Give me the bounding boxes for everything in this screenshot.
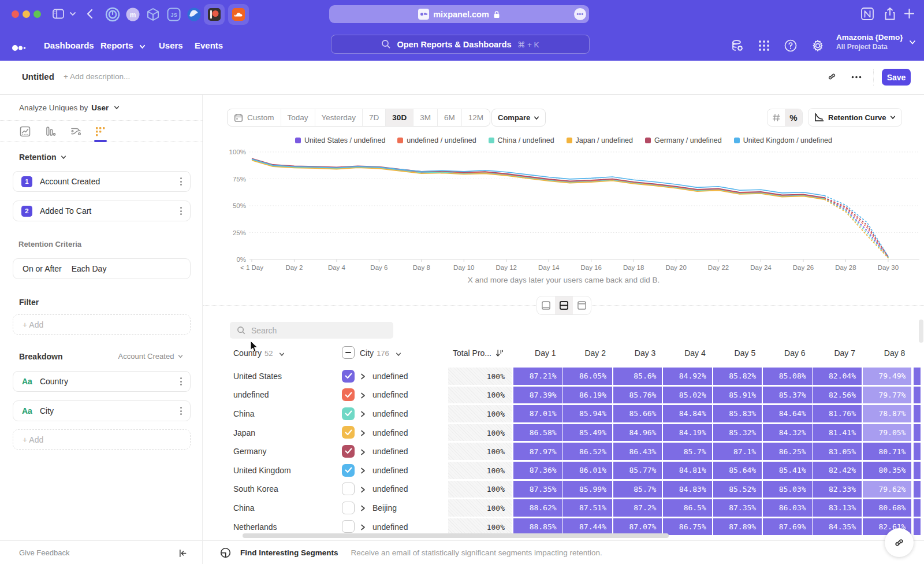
- more-options-icon[interactable]: [851, 76, 862, 79]
- more-options-icon[interactable]: [180, 407, 182, 415]
- data-management-icon[interactable]: [731, 39, 744, 54]
- retention-cell[interactable]: 86.5%: [663, 499, 712, 517]
- help-icon[interactable]: [784, 39, 798, 54]
- give-feedback-link[interactable]: Give Feedback: [19, 548, 69, 557]
- column-total-sort[interactable]: Total Pro...: [448, 348, 504, 358]
- step-event-name[interactable]: Account Created: [40, 177, 100, 186]
- column-day[interactable]: Day 6: [763, 348, 812, 358]
- retention-cell[interactable]: 84.35%: [813, 518, 862, 536]
- expand-row-control[interactable]: [360, 409, 366, 419]
- retention-cell[interactable]: 84.81%: [663, 462, 712, 479]
- retention-cell[interactable]: 84.64%: [763, 405, 812, 422]
- step-event-name[interactable]: Added To Cart: [40, 206, 91, 216]
- row-checkbox[interactable]: [342, 464, 355, 477]
- tab-retention-icon[interactable]: [95, 126, 106, 137]
- retention-cell[interactable]: 88.62%: [513, 499, 562, 517]
- column-day[interactable]: Day 2: [563, 348, 612, 358]
- retention-cell[interactable]: 82.33%: [813, 481, 862, 498]
- range-7d[interactable]: 7D: [363, 109, 386, 126]
- row-country[interactable]: South Korea: [233, 484, 278, 494]
- retention-cell[interactable]: 85.99%: [563, 481, 612, 498]
- legend-item[interactable]: United States / undefined: [295, 136, 385, 144]
- retention-cell[interactable]: 85.77%: [613, 462, 662, 479]
- table-search-input[interactable]: Search: [230, 322, 393, 339]
- row-city[interactable]: undefined: [372, 447, 408, 456]
- retention-cell[interactable]: 85.82%: [713, 368, 762, 385]
- retention-cell[interactable]: 85.37%: [763, 387, 812, 404]
- mixpanel-logo[interactable]: [12, 42, 29, 53]
- range-12m[interactable]: 12M: [462, 109, 490, 126]
- add-breakdown-button[interactable]: + Add: [13, 429, 191, 450]
- collapse-sidebar-icon[interactable]: [178, 548, 187, 559]
- row-country[interactable]: undefined: [233, 390, 269, 399]
- expand-row-control[interactable]: [360, 428, 366, 438]
- breakdown-city[interactable]: Aa City: [13, 400, 191, 421]
- select-all-checkbox[interactable]: [342, 346, 355, 359]
- row-country[interactable]: Netherlands: [233, 522, 277, 532]
- retention-cell[interactable]: 85.94%: [563, 405, 612, 422]
- share-icon[interactable]: [883, 6, 897, 21]
- new-tab-icon[interactable]: [903, 8, 915, 20]
- find-segments-title[interactable]: Find Interesting Segments: [240, 548, 338, 557]
- tab-insights-icon[interactable]: [20, 126, 31, 137]
- nav-users[interactable]: Users: [159, 40, 183, 50]
- row-checkbox[interactable]: [342, 520, 355, 533]
- retention-step-2[interactable]: 2 Added To Cart: [13, 201, 191, 221]
- share-link-fab[interactable]: [885, 528, 914, 557]
- criteria-on-or-after[interactable]: On or After: [23, 264, 62, 273]
- legend-item[interactable]: United Kingdom / undefined: [734, 136, 832, 144]
- expand-chevron-icon[interactable]: [360, 430, 366, 436]
- range-today[interactable]: Today: [281, 109, 315, 126]
- retention-cell[interactable]: 85.76%: [613, 387, 662, 404]
- retention-cell[interactable]: 84.92%: [663, 368, 712, 385]
- tab-flows-icon[interactable]: [70, 126, 81, 137]
- onepassword-extension-icon[interactable]: [105, 7, 120, 22]
- retention-cell[interactable]: 84.84%: [663, 405, 712, 422]
- chart-type-selector[interactable]: Retention Curve: [808, 108, 902, 127]
- expand-chevron-icon[interactable]: [360, 505, 366, 511]
- column-day[interactable]: Day 4: [663, 348, 712, 358]
- report-title[interactable]: Untitled: [22, 72, 54, 81]
- copy-link-icon[interactable]: [827, 72, 837, 81]
- retention-cell[interactable]: 87.07%: [613, 518, 662, 536]
- retention-cell[interactable]: 80.35%: [863, 462, 912, 479]
- retention-cell[interactable]: 85.83%: [713, 405, 762, 422]
- legend-item[interactable]: undefined / undefined: [397, 136, 476, 144]
- expand-row-control[interactable]: [360, 446, 366, 457]
- retention-cell[interactable]: 79.49%: [863, 368, 912, 385]
- expand-chevron-icon[interactable]: [360, 392, 366, 399]
- retention-cell[interactable]: 85.32%: [713, 424, 762, 441]
- retention-cell[interactable]: 86.25%: [763, 443, 812, 460]
- account-switcher[interactable]: Amazonia {Demo} All Project Data: [836, 33, 916, 51]
- expand-chevron-icon[interactable]: [360, 373, 366, 380]
- row-checkbox[interactable]: [342, 426, 355, 439]
- retention-cell[interactable]: 87.35%: [713, 499, 762, 517]
- row-country[interactable]: United Kingdom: [233, 466, 291, 475]
- nav-dashboards[interactable]: Dashboards: [44, 40, 94, 50]
- absolute-numbers-toggle[interactable]: [767, 109, 785, 126]
- expand-chevron-icon[interactable]: [360, 449, 366, 455]
- retention-cell[interactable]: 86.52%: [563, 443, 612, 460]
- percent-toggle[interactable]: %: [785, 109, 802, 126]
- retention-cell[interactable]: 83.13%: [813, 499, 862, 517]
- retention-cell[interactable]: 86.01%: [563, 462, 612, 479]
- nav-reports[interactable]: Reports: [100, 40, 146, 50]
- row-city[interactable]: undefined: [372, 484, 408, 494]
- retention-cell[interactable]: 81.76%: [813, 405, 862, 422]
- retention-cell[interactable]: 80.68%: [863, 499, 912, 517]
- globe-extension-icon[interactable]: [187, 7, 202, 22]
- more-options-icon[interactable]: [180, 177, 182, 185]
- retention-cell[interactable]: 85.08%: [763, 368, 812, 385]
- retention-cell[interactable]: 86.43%: [613, 443, 662, 460]
- add-filter-button[interactable]: + Add: [13, 314, 191, 335]
- row-checkbox[interactable]: [342, 407, 355, 420]
- range-6m[interactable]: 6M: [438, 109, 462, 126]
- range-yesterday[interactable]: Yesterday: [315, 109, 363, 126]
- column-day[interactable]: Day 8: [863, 348, 912, 358]
- row-city[interactable]: Beijing: [372, 503, 397, 513]
- compare-button[interactable]: Compare: [491, 109, 546, 127]
- nav-events[interactable]: Events: [195, 40, 223, 50]
- url-bar[interactable]: mixpanel.com •••: [329, 5, 589, 23]
- range-30d[interactable]: 30D: [386, 109, 413, 126]
- retention-cell[interactable]: 85.49%: [563, 424, 612, 441]
